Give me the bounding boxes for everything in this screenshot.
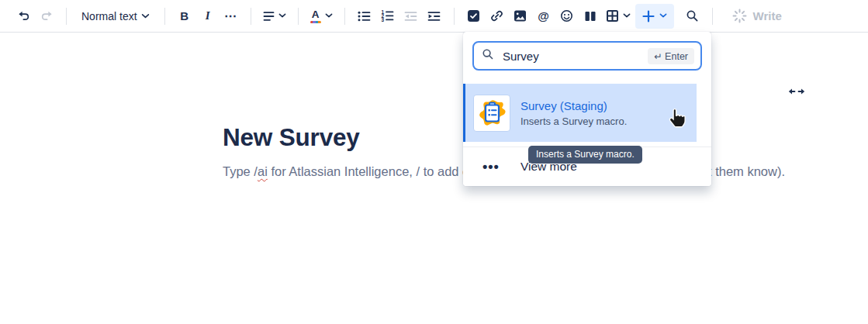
task-list-button[interactable]: [463, 5, 485, 28]
placeholder-text: Type /ai for Atlassian Intelligence, / t…: [223, 161, 469, 181]
toolbar-separator: [66, 8, 67, 25]
mention-icon: @: [538, 9, 549, 22]
toggle-width-button[interactable]: [787, 85, 807, 100]
text-style-label: Normal text: [81, 10, 137, 22]
mention-button[interactable]: @: [533, 5, 555, 28]
macro-result-survey-staging[interactable]: Survey (Staging) Inserts a Survey macro.: [463, 84, 697, 142]
expand-width-icon: [787, 88, 807, 100]
table-icon: [606, 9, 619, 22]
bullet-list-icon: [358, 11, 371, 22]
emoji-button[interactable]: [556, 5, 578, 28]
more-formatting-button[interactable]: ⋯: [220, 5, 242, 28]
link-icon: [490, 9, 503, 22]
chevron-down-icon: [659, 13, 667, 19]
more-icon: ⋯: [224, 9, 237, 23]
result-title: Survey (Staging): [520, 99, 627, 112]
indent-icon: [427, 11, 441, 22]
chevron-down-icon: [623, 13, 631, 19]
macro-search-input[interactable]: [501, 49, 648, 64]
outdent-button[interactable]: [400, 5, 422, 28]
bold-icon: B: [180, 9, 188, 22]
toolbar-separator: [712, 8, 713, 25]
text-style-dropdown[interactable]: Normal text: [75, 5, 156, 28]
find-button[interactable]: [682, 5, 704, 28]
text-color-icon: A: [310, 9, 321, 23]
editor-toolbar: Normal text B I ⋯ A: [0, 0, 868, 33]
bullet-list-button[interactable]: [354, 5, 375, 28]
link-button[interactable]: [486, 5, 508, 28]
italic-icon: I: [206, 9, 210, 22]
task-checkbox-icon: [467, 9, 480, 22]
emoji-icon: [560, 9, 573, 22]
align-text-icon: [263, 11, 275, 22]
indent-button[interactable]: [424, 5, 445, 28]
svg-text:3: 3: [382, 17, 385, 22]
search-icon: [482, 48, 494, 64]
chevron-down-icon: [325, 13, 333, 19]
outdent-icon: [404, 11, 417, 22]
ellipsis-icon: •••: [482, 160, 500, 174]
bold-button[interactable]: B: [174, 5, 195, 28]
write-label: Write: [753, 9, 782, 22]
undo-button[interactable]: [12, 5, 34, 28]
plus-icon: [641, 9, 655, 23]
chevron-down-icon: [141, 13, 150, 19]
macro-tooltip: Inserts a Survey macro.: [528, 146, 642, 164]
toolbar-separator: [298, 8, 299, 25]
text-color-dropdown[interactable]: A: [307, 5, 336, 28]
insert-dropdown-button[interactable]: [635, 4, 674, 29]
page-title-input[interactable]: New Survey: [223, 122, 360, 153]
chevron-down-icon: [278, 13, 286, 19]
survey-macro-icon: [473, 95, 510, 132]
macro-search-box: ↵ Enter: [472, 41, 702, 71]
misspelled-word: ai: [258, 164, 268, 178]
undo-icon: [17, 10, 30, 22]
layout-button[interactable]: [579, 5, 601, 28]
insert-element-menu: ↵ Enter Survey (Staging) Inserts a Surve…: [463, 32, 711, 186]
toolbar-separator: [251, 8, 251, 25]
sparkle-icon: [732, 9, 747, 23]
redo-button[interactable]: [36, 5, 57, 28]
toolbar-separator: [454, 8, 455, 25]
editor-body[interactable]: Type /ai for Atlassian Intelligence, / t…: [0, 161, 868, 181]
image-icon: [514, 9, 527, 22]
numbered-list-button[interactable]: 123: [377, 5, 399, 28]
placeholder-text-continued: t them know).: [708, 161, 785, 181]
toolbar-separator: [164, 8, 165, 25]
confluence-editor-window: Normal text B I ⋯ A: [0, 0, 868, 324]
numbered-list-icon: 123: [381, 10, 394, 22]
ai-write-button[interactable]: Write: [729, 5, 785, 28]
result-text: Survey (Staging) Inserts a Survey macro.: [520, 99, 627, 127]
italic-button[interactable]: I: [197, 5, 219, 28]
toolbar-separator: [344, 8, 345, 25]
search-icon: [686, 9, 699, 22]
result-description: Inserts a Survey macro.: [520, 115, 627, 127]
table-dropdown[interactable]: [603, 5, 634, 28]
enter-hint-badge: ↵ Enter: [648, 48, 694, 64]
redo-icon: [40, 10, 54, 22]
alignment-dropdown[interactable]: [260, 5, 289, 28]
layout-columns-icon: [584, 10, 597, 22]
image-button[interactable]: [510, 5, 531, 28]
